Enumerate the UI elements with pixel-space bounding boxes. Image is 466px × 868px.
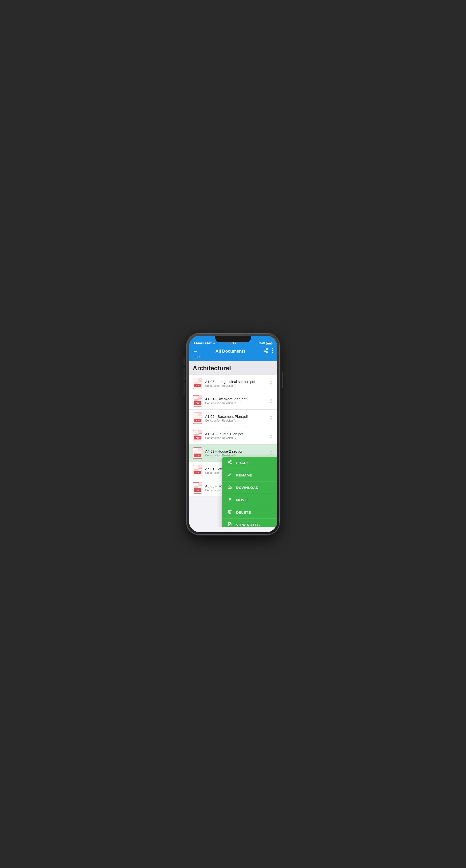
- svg-text:PDF: PDF: [196, 454, 200, 457]
- rename-icon: [227, 472, 232, 478]
- more-options-button[interactable]: [269, 450, 273, 456]
- file-subtitle: Construction Revision B: [205, 436, 269, 440]
- phone-screen: AT&T ▲ 2:17 100% ← All Documents: [189, 336, 277, 532]
- delete-icon: [227, 509, 232, 515]
- power-button: [282, 371, 283, 388]
- svg-rect-55: [194, 470, 198, 470]
- svg-text:PDF: PDF: [196, 420, 200, 422]
- svg-rect-54: [194, 469, 199, 470]
- menu-label: RENAME: [236, 473, 253, 477]
- file-name: A4.02 - House 2 section: [205, 449, 269, 453]
- file-subtitle: Construction Revision A: [205, 419, 269, 422]
- status-right: 100%: [258, 342, 272, 345]
- file-info: A1.04 - Level 2 Plan.pdf Construction Re…: [205, 432, 269, 440]
- svg-rect-63: [194, 488, 198, 488]
- menu-item-delete[interactable]: DELETE: [222, 506, 277, 519]
- file-subtitle: Construction Revision A: [205, 384, 269, 388]
- svg-text:PDF: PDF: [196, 384, 200, 387]
- nav-subtitle: FILES: [193, 355, 273, 359]
- menu-label: DELETE: [236, 510, 251, 515]
- svg-text:PDF: PDF: [196, 472, 200, 474]
- list-item[interactable]: PDF A1.01 - Site/Roof Plan.pdf Construct…: [189, 392, 277, 410]
- svg-rect-17: [199, 395, 202, 399]
- more-options-button[interactable]: [269, 380, 273, 386]
- more-options-button[interactable]: [269, 433, 273, 439]
- svg-text:PDF: PDF: [196, 437, 200, 439]
- back-button[interactable]: ←: [193, 348, 198, 354]
- share-icon: [227, 460, 232, 465]
- more-options-button[interactable]: [269, 415, 273, 421]
- phone-frame: AT&T ▲ 2:17 100% ← All Documents: [187, 333, 279, 535]
- battery-icon: [266, 342, 272, 345]
- menu-item-move[interactable]: MOVE: [222, 494, 277, 506]
- battery-fill: [267, 343, 271, 344]
- pdf-icon: PDF: [193, 465, 202, 476]
- menu-item-rename[interactable]: RENAME: [222, 469, 277, 482]
- svg-rect-62: [194, 487, 199, 487]
- svg-rect-41: [199, 447, 202, 451]
- svg-line-3: [265, 351, 266, 352]
- volume-up-button: [184, 368, 185, 380]
- menu-label: DOWNLOAD: [236, 486, 259, 490]
- file-name: A1.04 - Level 2 Plan.pdf: [205, 432, 269, 436]
- svg-line-4: [265, 349, 266, 350]
- section-title: Architectural: [193, 365, 273, 372]
- signal-dot-3: [198, 342, 200, 344]
- download-icon: [227, 485, 232, 490]
- menu-item-notes[interactable]: VIEW NOTES: [222, 519, 277, 527]
- pdf-icon: PDF: [193, 412, 202, 424]
- svg-point-6: [272, 350, 273, 351]
- file-name: A1.01 - Site/Roof Plan.pdf: [205, 397, 269, 401]
- notch: [215, 336, 251, 342]
- status-left: AT&T ▲: [194, 341, 215, 345]
- menu-item-download[interactable]: DOWNLOAD: [222, 482, 277, 494]
- battery-percent: 100%: [258, 342, 265, 345]
- file-subtitle: Construction Revision C: [205, 402, 269, 405]
- svg-point-7: [272, 352, 273, 353]
- svg-text:PDF: PDF: [196, 402, 200, 404]
- svg-rect-57: [199, 483, 202, 486]
- svg-rect-14: [194, 382, 199, 382]
- svg-rect-47: [194, 453, 198, 453]
- pdf-icon: PDF: [193, 482, 202, 494]
- file-name: A1.05 - Longitudinal section.pdf: [205, 380, 269, 384]
- pdf-icon: PDF: [193, 378, 202, 389]
- signal-dot-5: [202, 342, 204, 344]
- carrier-label: AT&T: [205, 342, 212, 344]
- svg-rect-25: [199, 413, 202, 416]
- svg-line-68: [229, 461, 230, 462]
- svg-point-5: [272, 348, 273, 349]
- signal-bars: [194, 342, 204, 344]
- move-icon: [227, 497, 232, 503]
- svg-rect-22: [194, 399, 199, 400]
- list-item[interactable]: PDF A1.02 - Basement Plan.pdf Constructi…: [189, 410, 277, 427]
- more-options-button[interactable]: [269, 398, 273, 404]
- section-header: Architectural: [189, 361, 277, 375]
- mute-button: [184, 357, 185, 365]
- volume-down-button: [184, 383, 185, 395]
- notes-icon: [227, 522, 232, 527]
- svg-rect-33: [199, 430, 202, 434]
- svg-rect-30: [194, 417, 199, 417]
- battery-tip: [272, 343, 272, 344]
- svg-rect-9: [199, 378, 202, 381]
- svg-rect-15: [194, 383, 198, 383]
- list-item[interactable]: PDF A1.04 - Level 2 Plan.pdf Constructio…: [189, 427, 277, 444]
- share-icon[interactable]: [263, 348, 268, 354]
- signal-dot-1: [194, 342, 196, 344]
- menu-label: VIEW NOTES: [236, 523, 260, 527]
- svg-text:PDF: PDF: [196, 489, 200, 491]
- svg-rect-31: [194, 418, 198, 418]
- page-title: All Documents: [198, 349, 263, 354]
- file-info: A4.02 - House 2 section Construction Rev…: [205, 449, 269, 457]
- menu-label: MOVE: [236, 498, 247, 502]
- file-info: A1.01 - Site/Roof Plan.pdf Construction …: [205, 397, 269, 405]
- list-item[interactable]: PDF A1.05 - Longitudinal section.pdf Con…: [189, 375, 277, 392]
- more-options-icon[interactable]: [272, 348, 273, 354]
- pdf-icon: PDF: [193, 447, 202, 459]
- signal-dot-4: [200, 342, 202, 344]
- menu-item-share[interactable]: SHARE: [222, 457, 277, 469]
- pdf-icon: PDF: [193, 395, 202, 407]
- svg-rect-39: [194, 435, 198, 436]
- file-info: A1.05 - Longitudinal section.pdf Constru…: [205, 380, 269, 388]
